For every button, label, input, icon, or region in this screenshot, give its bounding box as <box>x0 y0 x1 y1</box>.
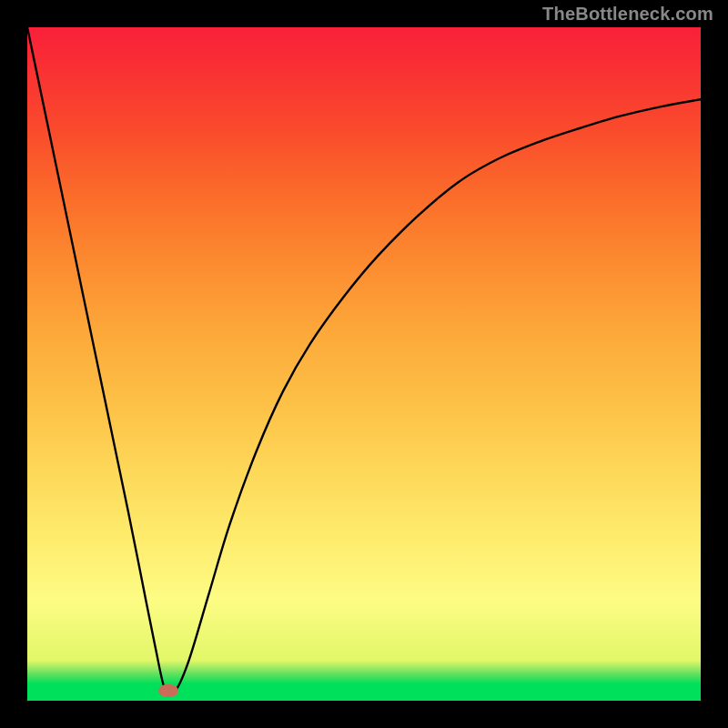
chart-frame: TheBottleneck.com <box>0 0 728 728</box>
plot-area <box>27 27 701 701</box>
watermark-text: TheBottleneck.com <box>542 4 713 25</box>
curve-layer <box>27 27 701 701</box>
bottleneck-curve <box>27 27 701 695</box>
optimum-marker <box>158 684 178 697</box>
